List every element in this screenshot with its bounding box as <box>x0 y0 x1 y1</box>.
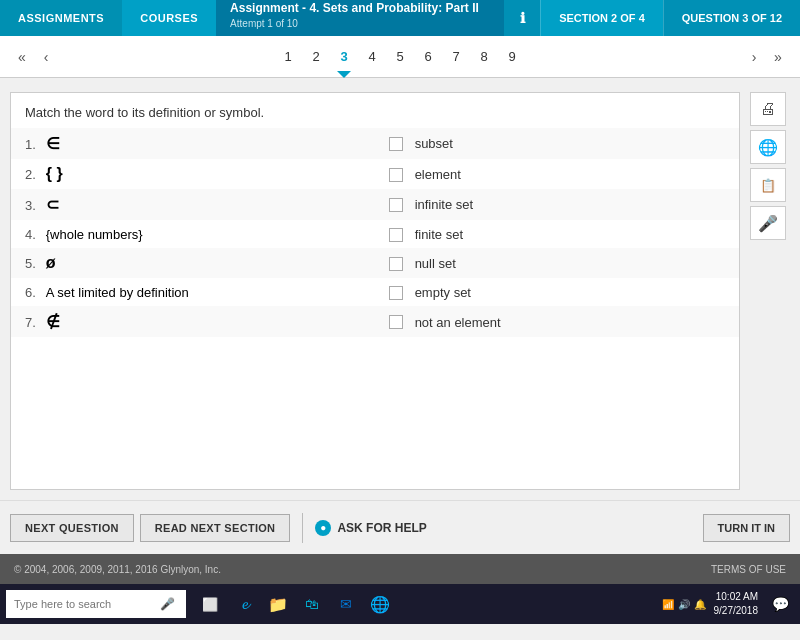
nav-question: QUESTION 3 of 12 <box>663 0 800 36</box>
checkbox-6[interactable] <box>389 286 403 300</box>
table-row: 3. ⊂ infinite set <box>11 189 739 220</box>
turn-it-in-button[interactable]: TURN IT IN <box>703 514 790 542</box>
nav-assignments[interactable]: ASSIGNMENTS <box>0 0 122 36</box>
ask-for-help-button[interactable]: ● ASK FOR HELP <box>315 520 426 536</box>
right-item-7: not an element <box>375 306 739 337</box>
taskbar-right: 📶 🔊 🔔 10:02 AM 9/27/2018 💬 <box>662 590 795 618</box>
left-item-6: 6. A set limited by definition <box>11 278 375 306</box>
page-4[interactable]: 4 <box>358 43 386 71</box>
page-7[interactable]: 7 <box>442 43 470 71</box>
prev-page-button[interactable]: ‹ <box>34 45 58 69</box>
taskbar-edge-icon[interactable]: 𝓮 <box>230 590 258 618</box>
taskbar-app-icons: ⬜ 𝓮 📁 🛍 ✉ 🌐 <box>196 590 394 618</box>
checkbox-7[interactable] <box>389 315 403 329</box>
print-button[interactable]: 🖨 <box>750 92 786 126</box>
taskbar-folder-icon[interactable]: 📁 <box>264 590 292 618</box>
tool-panel: 🖨 🌐 📋 🎤 <box>750 92 790 490</box>
footer-copyright: © 2004, 2006, 2009, 2011, 2016 Glynlyon,… <box>14 564 221 575</box>
pagination-bar: « ‹ 1 2 3 4 5 6 7 8 9 › » <box>0 36 800 78</box>
taskbar-time-display: 10:02 AM <box>714 590 759 604</box>
right-item-4: finite set <box>375 220 739 248</box>
left-item-4: 4. {whole numbers} <box>11 220 375 248</box>
table-row: 7. ∉ not an element <box>11 306 739 337</box>
right-item-6: empty set <box>375 278 739 306</box>
assignment-title: Assignment - 4. Sets and Probability: Pa… <box>230 1 479 15</box>
page-5[interactable]: 5 <box>386 43 414 71</box>
right-item-3: infinite set <box>375 189 739 220</box>
page-numbers: 1 2 3 4 5 6 7 8 9 <box>58 43 742 71</box>
right-item-1: subset <box>375 128 739 159</box>
page-6[interactable]: 6 <box>414 43 442 71</box>
globe-button[interactable]: 🌐 <box>750 130 786 164</box>
checkbox-1[interactable] <box>389 137 403 151</box>
taskbar-clock: 10:02 AM 9/27/2018 <box>714 590 759 618</box>
left-item-3: 3. ⊂ <box>11 189 375 220</box>
mic-button[interactable]: 🎤 <box>750 206 786 240</box>
page-2[interactable]: 2 <box>302 43 330 71</box>
table-row: 1. ∈ subset <box>11 128 739 159</box>
taskbar-search-input[interactable] <box>14 598 154 610</box>
page-8[interactable]: 8 <box>470 43 498 71</box>
left-item-7: 7. ∉ <box>11 306 375 337</box>
taskbar-search-box[interactable]: 🎤 <box>6 590 186 618</box>
read-next-section-button[interactable]: READ NEXT SECTION <box>140 514 291 542</box>
table-row: 6. A set limited by definition empty set <box>11 278 739 306</box>
system-icons: 📶 🔊 🔔 <box>662 599 706 610</box>
action-bar: NEXT QUESTION READ NEXT SECTION ● ASK FO… <box>0 500 800 554</box>
taskbar: 🎤 ⬜ 𝓮 📁 🛍 ✉ 🌐 📶 🔊 🔔 10:02 AM 9/27/2018 💬 <box>0 584 800 624</box>
footer-terms[interactable]: TERMS OF USE <box>711 564 786 575</box>
print-icon: 🖨 <box>760 100 776 118</box>
right-item-2: element <box>375 159 739 189</box>
taskbar-date-display: 9/27/2018 <box>714 604 759 618</box>
taskbar-chrome-icon[interactable]: 🌐 <box>366 590 394 618</box>
question-area: Match the word to its definition or symb… <box>10 92 740 490</box>
table-row: 4. {whole numbers} finite set <box>11 220 739 248</box>
main-content: Match the word to its definition or symb… <box>0 78 800 500</box>
top-navigation: ASSIGNMENTS COURSES Assignment - 4. Sets… <box>0 0 800 36</box>
right-item-5: null set <box>375 248 739 278</box>
taskbar-mic-icon: 🎤 <box>160 597 175 611</box>
globe-icon: 🌐 <box>758 138 778 157</box>
table-row: 2. { } element <box>11 159 739 189</box>
ask-help-label: ASK FOR HELP <box>337 521 426 535</box>
copy-icon: 📋 <box>760 178 776 193</box>
next-page-button[interactable]: › <box>742 45 766 69</box>
page-1[interactable]: 1 <box>274 43 302 71</box>
last-page-button[interactable]: » <box>766 45 790 69</box>
checkbox-2[interactable] <box>389 168 403 182</box>
nav-courses[interactable]: COURSES <box>122 0 216 36</box>
first-page-button[interactable]: « <box>10 45 34 69</box>
checkbox-5[interactable] <box>389 257 403 271</box>
nav-section: SECTION 2 of 4 <box>540 0 663 36</box>
taskbar-mail-icon[interactable]: ✉ <box>332 590 360 618</box>
checkbox-4[interactable] <box>389 228 403 242</box>
taskbar-store-icon[interactable]: 🛍 <box>298 590 326 618</box>
action-divider <box>302 513 303 543</box>
table-row: 5. ø null set <box>11 248 739 278</box>
left-item-2: 2. { } <box>11 159 375 189</box>
taskbar-notification-icon: 🔔 <box>694 599 706 610</box>
taskbar-signal-icon: 📶 <box>662 599 674 610</box>
copy-button[interactable]: 📋 <box>750 168 786 202</box>
matching-table: 1. ∈ subset 2. { } el <box>11 128 739 337</box>
assignment-subtitle: Attempt 1 of 10 <box>230 18 298 29</box>
page-9[interactable]: 9 <box>498 43 526 71</box>
left-item-1: 1. ∈ <box>11 128 375 159</box>
mic-icon: 🎤 <box>758 214 778 233</box>
page-3[interactable]: 3 <box>330 43 358 71</box>
taskbar-notification-center[interactable]: 💬 <box>766 590 794 618</box>
taskbar-multitask-icon[interactable]: ⬜ <box>196 590 224 618</box>
checkbox-3[interactable] <box>389 198 403 212</box>
taskbar-volume-icon: 🔊 <box>678 599 690 610</box>
nav-assignment-info: Assignment - 4. Sets and Probability: Pa… <box>216 0 504 36</box>
question-instruction: Match the word to its definition or symb… <box>11 93 739 128</box>
footer: © 2004, 2006, 2009, 2011, 2016 Glynlyon,… <box>0 554 800 584</box>
ask-help-icon: ● <box>315 520 331 536</box>
next-question-button[interactable]: NEXT QUESTION <box>10 514 134 542</box>
info-button[interactable]: ℹ <box>504 0 540 36</box>
left-item-5: 5. ø <box>11 248 375 278</box>
